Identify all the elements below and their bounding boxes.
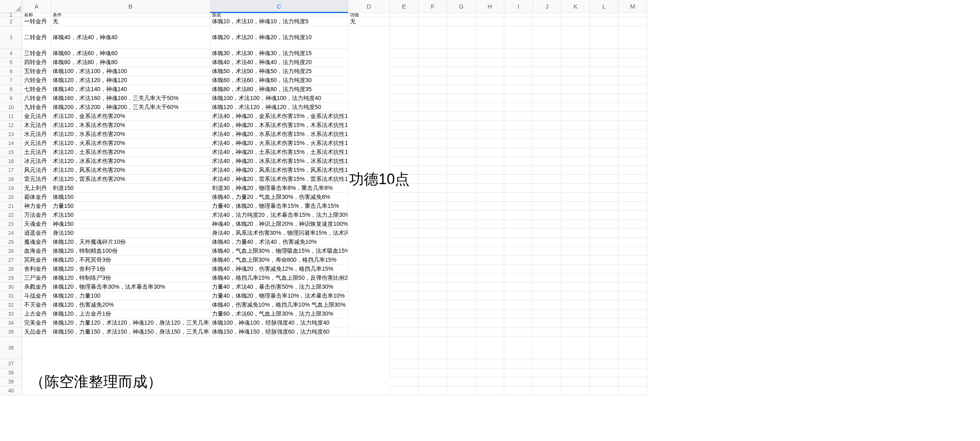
- cell-H14[interactable]: [476, 139, 504, 148]
- cell-H16[interactable]: [476, 157, 504, 166]
- row-header-18[interactable]: 18: [0, 175, 22, 184]
- cell-J19[interactable]: [533, 184, 561, 193]
- cell-C10[interactable]: 体魄120，术法120，神魂120，法力纯度50: [210, 103, 348, 112]
- row-header-19[interactable]: 19: [0, 184, 22, 193]
- row-header-24[interactable]: 24: [0, 229, 22, 238]
- cell-J12[interactable]: [533, 121, 561, 130]
- cell-M3[interactable]: [619, 26, 647, 49]
- cell-F16[interactable]: [419, 157, 447, 166]
- cell-K5[interactable]: [561, 58, 590, 67]
- cell-L39[interactable]: [590, 377, 619, 386]
- cell-J6[interactable]: [533, 67, 561, 76]
- cell-M5[interactable]: [619, 58, 647, 67]
- cell-G4[interactable]: [447, 49, 476, 58]
- cell-D22[interactable]: [348, 211, 390, 220]
- cell-K33[interactable]: [561, 310, 590, 318]
- cell-D27[interactable]: [348, 256, 390, 265]
- cell-L22[interactable]: [590, 211, 619, 220]
- cell-D32[interactable]: [348, 301, 390, 310]
- cell-D23[interactable]: [348, 220, 390, 229]
- cell-B5[interactable]: 体魄80，术法80，神魂80: [51, 58, 210, 67]
- cell-C12[interactable]: 术法40，神魂20，木系法术伤害15%，木系法术抗性15%: [210, 121, 348, 130]
- cell-L34[interactable]: [590, 318, 619, 327]
- cell-B32[interactable]: 体魄120，伤害减免20%: [51, 301, 210, 310]
- col-header-G[interactable]: G: [447, 0, 476, 13]
- cell-H6[interactable]: [476, 67, 504, 76]
- cell-D38[interactable]: [348, 368, 390, 377]
- cell-L11[interactable]: [590, 112, 619, 121]
- cell-B18[interactable]: 术法120，雷系法术伤害20%: [51, 175, 210, 184]
- cell-F6[interactable]: [419, 67, 447, 76]
- cell-B31[interactable]: 体魄120，力量100: [51, 292, 210, 301]
- cell-I17[interactable]: [504, 166, 533, 175]
- cell-J11[interactable]: [533, 112, 561, 121]
- col-header-F[interactable]: F: [419, 0, 447, 13]
- cell-G14[interactable]: [447, 139, 476, 148]
- cell-M24[interactable]: [619, 229, 647, 238]
- cell-M29[interactable]: [619, 274, 647, 283]
- cell-H21[interactable]: [476, 202, 504, 211]
- cell-M17[interactable]: [619, 166, 647, 175]
- cell-I26[interactable]: [504, 247, 533, 256]
- cell-A10[interactable]: 九转金丹: [22, 103, 51, 112]
- cell-J9[interactable]: [533, 94, 561, 103]
- cell-I3[interactable]: [504, 26, 533, 49]
- cell-D31[interactable]: [348, 292, 390, 301]
- cell-C5[interactable]: 体魄40，术法40，神魂40，法力纯度20: [210, 58, 348, 67]
- cell-B30[interactable]: 体魄120，物理暴击率30%，法术暴击率30%: [51, 283, 210, 292]
- cell-F33[interactable]: [419, 310, 447, 318]
- cell-B22[interactable]: 术法150: [51, 211, 210, 220]
- cell-C1[interactable]: 加成: [210, 13, 348, 17]
- cell-I20[interactable]: [504, 193, 533, 202]
- cell-H13[interactable]: [476, 130, 504, 139]
- cell-L21[interactable]: [590, 202, 619, 211]
- cell-F24[interactable]: [419, 229, 447, 238]
- cell-L18[interactable]: [590, 175, 619, 184]
- cell-L17[interactable]: [590, 166, 619, 175]
- cell-L36[interactable]: [590, 336, 619, 359]
- cell-E30[interactable]: [390, 283, 419, 292]
- cell-I6[interactable]: [504, 67, 533, 76]
- cell-I28[interactable]: [504, 265, 533, 274]
- row-header-10[interactable]: 10: [0, 103, 22, 112]
- cell-F26[interactable]: [419, 247, 447, 256]
- row-header-23[interactable]: 23: [0, 220, 22, 229]
- cell-E24[interactable]: [390, 229, 419, 238]
- cell-I1[interactable]: [504, 13, 533, 17]
- row-header-9[interactable]: 9: [0, 94, 22, 103]
- cell-D24[interactable]: [348, 229, 390, 238]
- cell-J20[interactable]: [533, 193, 561, 202]
- col-header-K[interactable]: K: [561, 0, 590, 13]
- cell-E34[interactable]: [390, 318, 419, 327]
- cell-I39[interactable]: [504, 377, 533, 386]
- cell-E7[interactable]: [390, 76, 419, 85]
- cell-J13[interactable]: [533, 130, 561, 139]
- cell-G28[interactable]: [447, 265, 476, 274]
- cell-I12[interactable]: [504, 121, 533, 130]
- cell-D6[interactable]: [348, 67, 390, 76]
- cell-J15[interactable]: [533, 148, 561, 157]
- row-header-37[interactable]: 37: [0, 359, 22, 368]
- cell-B29[interactable]: 体魄120，特制练尸3份: [51, 274, 210, 283]
- cell-L10[interactable]: [590, 103, 619, 112]
- cell-E36[interactable]: [390, 336, 419, 359]
- cell-A12[interactable]: 木元法丹: [22, 121, 51, 130]
- cell-J33[interactable]: [533, 310, 561, 318]
- cell-I2[interactable]: [504, 17, 533, 26]
- cell-E14[interactable]: [390, 139, 419, 148]
- cell-J17[interactable]: [533, 166, 561, 175]
- cell-J2[interactable]: [533, 17, 561, 26]
- cell-F30[interactable]: [419, 283, 447, 292]
- cell-M8[interactable]: [619, 85, 647, 94]
- cell-G18[interactable]: [447, 175, 476, 184]
- cell-I34[interactable]: [504, 318, 533, 327]
- cell-M15[interactable]: [619, 148, 647, 157]
- cell-I40[interactable]: [504, 386, 533, 395]
- cell-J38[interactable]: [533, 368, 561, 377]
- cell-I36[interactable]: [504, 336, 533, 359]
- cell-C13[interactable]: 术法40，神魂20，水系法术伤害15%，水系法术抗性15%: [210, 130, 348, 139]
- cell-L37[interactable]: [590, 359, 619, 368]
- cell-B23[interactable]: 神魂150: [51, 220, 210, 229]
- cell-I5[interactable]: [504, 58, 533, 67]
- cell-F9[interactable]: [419, 94, 447, 103]
